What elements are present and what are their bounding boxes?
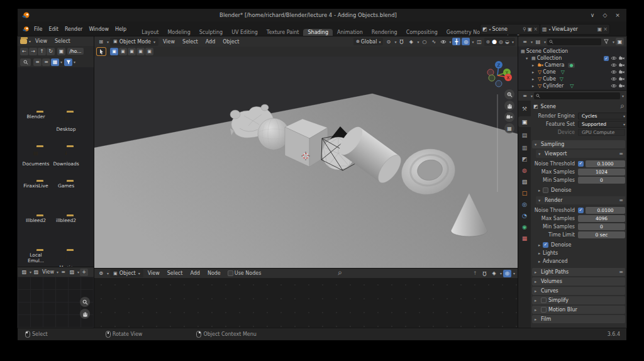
editor-type-icon[interactable]: ≡ <box>521 38 529 45</box>
shader-select-menu[interactable]: Select <box>164 270 186 276</box>
shader-editor-canvas[interactable] <box>94 278 518 328</box>
properties-tab-output[interactable]: ▤ <box>518 130 531 140</box>
properties-tab-object[interactable]: □ <box>518 187 531 198</box>
properties-tab-physics[interactable]: ◔ <box>518 210 531 221</box>
use-nodes-checkbox[interactable] <box>228 270 233 276</box>
min-samples-value[interactable]: 0 <box>578 177 625 184</box>
zoom-button[interactable] <box>80 297 90 307</box>
light-paths-panel-header[interactable]: ▸ Light Paths ≡ <box>532 268 625 276</box>
shading-rendered-button[interactable]: ◒ <box>505 39 509 45</box>
folder-item[interactable]: Games <box>52 182 80 189</box>
max-samples-value[interactable]: 1024 <box>578 169 625 175</box>
render-denoise-row[interactable]: ▸ ✓ Denoise <box>532 241 625 249</box>
folder-item[interactable]: FiraxisLive <box>22 182 50 189</box>
pin-icon[interactable]: ⚲ <box>619 103 625 110</box>
tab-rendering[interactable]: Rendering <box>367 29 402 36</box>
disable-render-camera-icon[interactable] <box>619 77 625 81</box>
viewport-denoise-row[interactable]: ▸ Denoise <box>532 186 625 194</box>
max-samples-value[interactable]: 4096 <box>578 215 625 222</box>
folder-item[interactable]: ↓Downloads <box>52 147 80 167</box>
disable-render-camera-icon[interactable] <box>619 84 625 88</box>
toggle-perspective-button[interactable]: ▦ <box>504 123 514 133</box>
menu-edit[interactable]: Edit <box>45 26 62 32</box>
display-vertical-list-icon[interactable]: ≡ <box>33 58 42 66</box>
properties-tab-scene[interactable]: ◩ <box>518 153 531 164</box>
blender-menu-icon[interactable] <box>22 26 30 32</box>
pan-hand-button[interactable] <box>80 309 90 319</box>
curves-panel-header[interactable]: ▸ Curves <box>532 287 625 295</box>
viewport-add-menu[interactable]: Add <box>203 39 219 45</box>
up-button[interactable]: ↑ <box>38 48 46 55</box>
new-image-button[interactable]: + <box>80 269 88 276</box>
path-field[interactable]: /ho... <box>67 48 84 55</box>
camera-view-button[interactable] <box>504 112 514 122</box>
mode-dropdown[interactable]: ▣ Object Mode ▾ <box>110 38 158 46</box>
tab-shading[interactable]: Shading <box>303 29 333 36</box>
file-browser-view-menu[interactable]: View <box>32 38 50 44</box>
tab-uv-editing[interactable]: UV Editing <box>227 29 262 36</box>
outliner-row-collection[interactable]: ▾ ▤ Collection ✓ <box>518 55 626 62</box>
shading-wireframe-button[interactable]: ⊕ <box>486 39 490 45</box>
editor-type-icon[interactable]: ≡ <box>521 92 529 99</box>
feature-set-dropdown[interactable]: Supported <box>578 121 626 128</box>
search-icon[interactable] <box>20 58 31 66</box>
simplify-panel-header[interactable]: ▸ Simplify <box>532 296 625 304</box>
time-limit-value[interactable]: 0 sec <box>578 231 625 238</box>
sampling-panel-header[interactable]: ▾ Sampling <box>532 140 625 148</box>
show-overlays-toggle[interactable]: ◎ <box>503 270 511 277</box>
scene-selector[interactable]: ◩ ▾ Scene ⚲ ▣ × <box>480 24 540 35</box>
editor-type-icon[interactable]: ⊞ <box>97 38 105 45</box>
outliner-row-camera[interactable]: ▸ Camera ● <box>518 62 626 69</box>
properties-tab-data[interactable]: ◉ <box>518 221 531 232</box>
select-mode-invert-button[interactable]: ▣ <box>136 48 145 55</box>
tab-compositing[interactable]: Compositing <box>402 29 442 36</box>
lights-subpanel-header[interactable]: ▸ Lights <box>532 249 625 257</box>
window-close-button[interactable]: × <box>611 12 624 18</box>
browse-image-icon[interactable]: ▨ <box>68 269 76 276</box>
noise-threshold-checkbox[interactable]: ✓ <box>578 161 584 167</box>
menu-file[interactable]: File <box>31 26 45 32</box>
hide-eye-icon[interactable] <box>611 63 617 67</box>
hide-eye-icon[interactable] <box>611 56 617 60</box>
uv-sphere-mesh[interactable] <box>258 118 289 150</box>
folder-item[interactable]: ♪Music <box>52 251 80 267</box>
hide-eye-icon[interactable] <box>611 84 617 88</box>
simplify-checkbox[interactable] <box>541 297 547 303</box>
outliner-row-scene-collection[interactable]: ▤ Scene Collection <box>518 48 626 55</box>
navigation-gizmo[interactable]: Z Y X <box>481 59 514 92</box>
film-panel-header[interactable]: ▸ Film <box>532 315 625 323</box>
preset-menu-icon[interactable]: ≡ <box>619 269 623 275</box>
folder-item[interactable]: Blender <box>22 113 50 119</box>
display-thumbnail-icon[interactable]: ▦ <box>51 58 59 66</box>
select-mode-new-button[interactable]: ▣ <box>110 48 118 55</box>
properties-tab-texture[interactable]: ▦ <box>518 233 531 243</box>
filter-funnel-button[interactable] <box>64 58 72 66</box>
parent-node-tree-button[interactable]: ↑ <box>471 270 479 277</box>
disclosure-closed-icon[interactable]: ▸ <box>532 84 536 89</box>
outliner-row-cylinder[interactable]: ▸ ▽ Cylinder ▽ <box>518 82 626 89</box>
forward-button[interactable]: → <box>29 48 37 55</box>
disclosure-closed-icon[interactable]: ▸ <box>532 77 536 82</box>
preset-menu-icon[interactable]: ≡ <box>619 151 623 157</box>
menu-icon[interactable]: ≡ <box>59 269 67 276</box>
snap-target-dropdown[interactable]: ◈ <box>407 38 415 45</box>
viewport-object-menu[interactable]: Object <box>219 39 242 45</box>
viewport-pan-hand-button[interactable] <box>504 101 514 111</box>
noise-threshold-checkbox[interactable]: ✓ <box>578 208 584 213</box>
preset-menu-icon[interactable]: ≡ <box>619 197 623 203</box>
shader-add-menu[interactable]: Add <box>187 270 203 276</box>
active-tool-button[interactable] <box>97 48 106 55</box>
disclosure-open-icon[interactable]: ▾ <box>526 56 530 61</box>
volumes-panel-header[interactable]: ▸ Volumes <box>532 277 625 286</box>
hide-eye-icon[interactable] <box>611 70 617 74</box>
disclosure-closed-icon[interactable]: ▸ <box>532 70 536 75</box>
tab-sculpting[interactable]: Sculpting <box>195 29 227 36</box>
window-restore-button[interactable]: ◇ <box>599 12 611 18</box>
advanced-subpanel-header[interactable]: ▸ Advanced <box>532 257 625 265</box>
filter-funnel-icon[interactable] <box>602 38 611 45</box>
viewport-view-menu[interactable]: View <box>160 39 178 45</box>
outliner-row-cone[interactable]: ▸ ▽ Cone ▽ <box>518 69 626 75</box>
folder-item[interactable]: Local Emul... <box>22 251 50 264</box>
render-engine-dropdown[interactable]: Cycles <box>578 113 626 119</box>
properties-tab-collection[interactable]: ▧ <box>518 176 531 187</box>
